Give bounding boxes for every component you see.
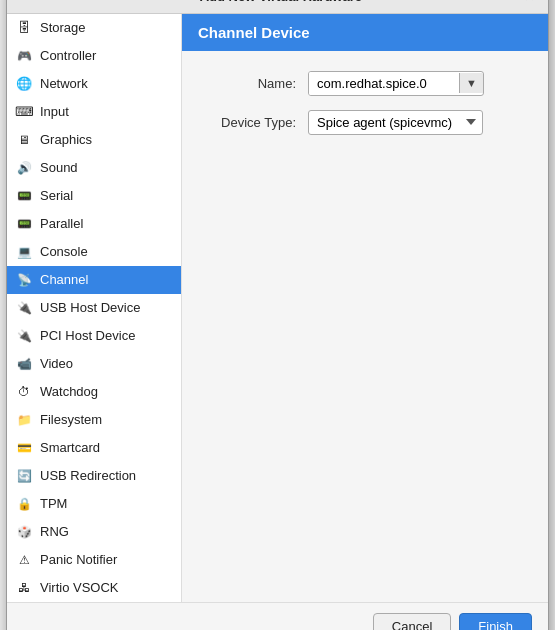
sidebar-item-label-storage: Storage bbox=[40, 20, 86, 35]
sidebar-item-label-panic: Panic Notifier bbox=[40, 552, 117, 567]
sidebar-item-video[interactable]: Video bbox=[7, 350, 181, 378]
filesystem-icon bbox=[15, 411, 33, 429]
controller-icon bbox=[15, 47, 33, 65]
sidebar-item-label-tpm: TPM bbox=[40, 496, 67, 511]
sidebar-item-label-serial: Serial bbox=[40, 188, 73, 203]
sidebar-item-smartcard[interactable]: Smartcard bbox=[7, 434, 181, 462]
dialog-title: Add New Virtual Hardware bbox=[39, 0, 523, 4]
storage-icon bbox=[15, 19, 33, 37]
parallel-icon bbox=[15, 215, 33, 233]
sidebar-item-label-smartcard: Smartcard bbox=[40, 440, 100, 455]
sidebar-item-label-graphics: Graphics bbox=[40, 132, 92, 147]
sidebar: StorageControllerNetworkInputGraphicsSou… bbox=[7, 14, 182, 602]
network-icon bbox=[15, 75, 33, 93]
sidebar-item-label-network: Network bbox=[40, 76, 88, 91]
usb-host-icon bbox=[15, 299, 33, 317]
name-label: Name: bbox=[206, 76, 296, 91]
sidebar-item-channel[interactable]: Channel bbox=[7, 266, 181, 294]
smartcard-icon bbox=[15, 439, 33, 457]
sidebar-item-label-pci-host: PCI Host Device bbox=[40, 328, 135, 343]
cancel-button[interactable]: Cancel bbox=[373, 613, 451, 631]
sidebar-item-watchdog[interactable]: Watchdog bbox=[7, 378, 181, 406]
tpm-icon bbox=[15, 495, 33, 513]
device-type-select-wrapper: Spice agent (spicevmc)QEMU monitor (comp… bbox=[308, 110, 483, 135]
rng-icon bbox=[15, 523, 33, 541]
sidebar-item-tpm[interactable]: TPM bbox=[7, 490, 181, 518]
sidebar-item-controller[interactable]: Controller bbox=[7, 42, 181, 70]
sidebar-item-usb-redir[interactable]: USB Redirection bbox=[7, 462, 181, 490]
sound-icon bbox=[15, 159, 33, 177]
sidebar-item-input[interactable]: Input bbox=[7, 98, 181, 126]
content-form: Name: ▼ Device Type: Spice agent (spicev… bbox=[182, 51, 548, 155]
sidebar-item-serial[interactable]: Serial bbox=[7, 182, 181, 210]
sidebar-item-label-controller: Controller bbox=[40, 48, 96, 63]
dialog-body: StorageControllerNetworkInputGraphicsSou… bbox=[7, 14, 548, 602]
pci-host-icon bbox=[15, 327, 33, 345]
sidebar-item-label-usb-host: USB Host Device bbox=[40, 300, 140, 315]
video-icon bbox=[15, 355, 33, 373]
channel-icon bbox=[15, 271, 33, 289]
sidebar-item-label-sound: Sound bbox=[40, 160, 78, 175]
sidebar-item-vsock[interactable]: Virtio VSOCK bbox=[7, 574, 181, 602]
sidebar-item-parallel[interactable]: Parallel bbox=[7, 210, 181, 238]
sidebar-item-label-filesystem: Filesystem bbox=[40, 412, 102, 427]
graphics-icon bbox=[15, 131, 33, 149]
device-type-select[interactable]: Spice agent (spicevmc)QEMU monitor (comp… bbox=[308, 110, 483, 135]
device-type-label: Device Type: bbox=[206, 115, 296, 130]
name-dropdown-button[interactable]: ▼ bbox=[459, 73, 483, 93]
device-type-row: Device Type: Spice agent (spicevmc)QEMU … bbox=[206, 110, 524, 135]
add-hardware-dialog: Add New Virtual Hardware × StorageContro… bbox=[6, 0, 549, 630]
sidebar-item-storage[interactable]: Storage bbox=[7, 14, 181, 42]
sidebar-item-sound[interactable]: Sound bbox=[7, 154, 181, 182]
sidebar-item-panic[interactable]: Panic Notifier bbox=[7, 546, 181, 574]
name-row: Name: ▼ bbox=[206, 71, 524, 96]
titlebar: Add New Virtual Hardware × bbox=[7, 0, 548, 14]
sidebar-item-pci-host[interactable]: PCI Host Device bbox=[7, 322, 181, 350]
sidebar-item-network[interactable]: Network bbox=[7, 70, 181, 98]
watchdog-icon bbox=[15, 383, 33, 401]
sidebar-item-label-vsock: Virtio VSOCK bbox=[40, 580, 119, 595]
sidebar-item-label-input: Input bbox=[40, 104, 69, 119]
sidebar-item-label-watchdog: Watchdog bbox=[40, 384, 98, 399]
sidebar-item-label-channel: Channel bbox=[40, 272, 88, 287]
sidebar-item-filesystem[interactable]: Filesystem bbox=[7, 406, 181, 434]
sidebar-item-rng[interactable]: RNG bbox=[7, 518, 181, 546]
sidebar-item-label-video: Video bbox=[40, 356, 73, 371]
vsock-icon bbox=[15, 579, 33, 597]
name-input-group: ▼ bbox=[308, 71, 484, 96]
name-input[interactable] bbox=[309, 72, 459, 95]
usb-redir-icon bbox=[15, 467, 33, 485]
serial-icon bbox=[15, 187, 33, 205]
sidebar-item-label-console: Console bbox=[40, 244, 88, 259]
sidebar-item-console[interactable]: Console bbox=[7, 238, 181, 266]
panic-icon bbox=[15, 551, 33, 569]
dialog-footer: Cancel Finish bbox=[7, 602, 548, 631]
content-header: Channel Device bbox=[182, 14, 548, 51]
sidebar-item-label-usb-redir: USB Redirection bbox=[40, 468, 136, 483]
console-icon bbox=[15, 243, 33, 261]
sidebar-item-graphics[interactable]: Graphics bbox=[7, 126, 181, 154]
finish-button[interactable]: Finish bbox=[459, 613, 532, 631]
sidebar-item-label-parallel: Parallel bbox=[40, 216, 83, 231]
sidebar-item-usb-host[interactable]: USB Host Device bbox=[7, 294, 181, 322]
sidebar-item-label-rng: RNG bbox=[40, 524, 69, 539]
close-button[interactable]: × bbox=[523, 0, 536, 5]
input-icon bbox=[15, 103, 33, 121]
content-area: Channel Device Name: ▼ Device Type: Spic… bbox=[182, 14, 548, 602]
